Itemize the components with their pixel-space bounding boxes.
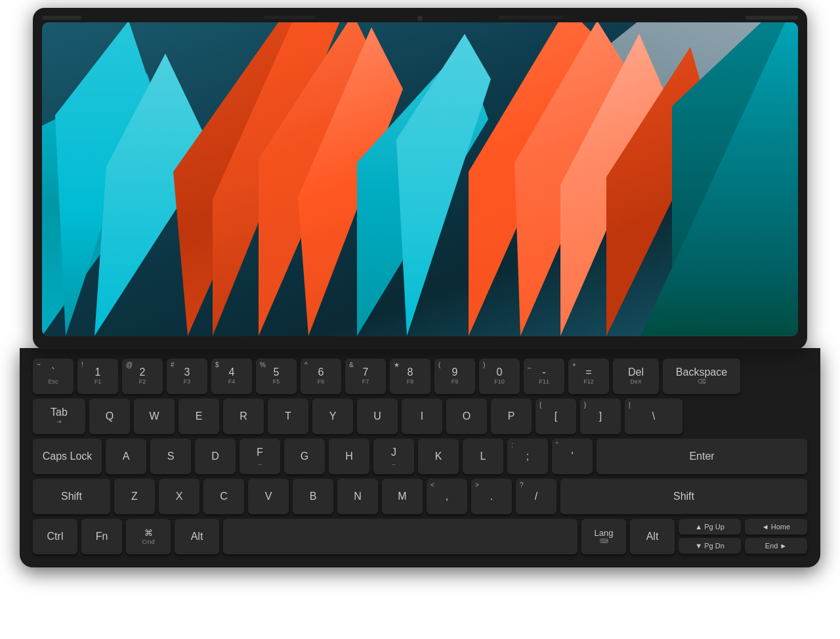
key-fn[interactable]: Fn <box>81 519 122 554</box>
key-u[interactable]: U <box>357 399 398 434</box>
key-y[interactable]: Y <box>312 399 353 434</box>
key-g[interactable]: G <box>284 439 325 474</box>
key-e[interactable]: E <box>178 399 219 434</box>
key-3[interactable]: # 3 F3 <box>167 359 207 394</box>
key-5-main: 5 <box>274 367 280 378</box>
key-1[interactable]: ! 1 F1 <box>77 359 118 394</box>
key-5[interactable]: % 5 F5 <box>256 359 297 394</box>
key-esc[interactable]: ~ ` Esc <box>33 359 74 394</box>
key-backspace[interactable]: Backspace ⌫ <box>663 359 740 394</box>
key-home-label: ◄ Home <box>762 523 790 531</box>
key-7[interactable]: & 7 F7 <box>345 359 386 394</box>
key-c[interactable]: C <box>203 479 244 514</box>
key-5-top: % <box>260 362 266 368</box>
key-a[interactable]: A <box>106 439 146 474</box>
key-w[interactable]: W <box>134 399 175 434</box>
key-1-main: 1 <box>95 367 101 378</box>
key-j[interactable]: J _ <box>373 439 414 474</box>
key-i[interactable]: I <box>402 399 442 434</box>
key-6-sub: F6 <box>318 379 325 385</box>
key-period[interactable]: > . <box>471 479 512 514</box>
key-n[interactable]: N <box>337 479 378 514</box>
key-rbrace[interactable]: } ] <box>580 399 621 434</box>
key-x[interactable]: X <box>159 479 200 514</box>
key-8[interactable]: ★ 8 F8 <box>390 359 430 394</box>
key-b[interactable]: B <box>293 479 333 514</box>
key-q[interactable]: Q <box>89 399 130 434</box>
key-2-sub: F2 <box>139 379 146 385</box>
key-del[interactable]: Del DeX <box>613 359 659 394</box>
key-cmd[interactable]: ⌘ Cmd <box>126 519 171 554</box>
key-home[interactable]: ◄ Home <box>745 519 807 535</box>
key-lbrace-top: { <box>539 402 541 408</box>
key-0[interactable]: ) 0 F10 <box>479 359 520 394</box>
key-pipe[interactable]: | \ <box>625 399 682 434</box>
key-slash[interactable]: ? / <box>516 479 556 514</box>
key-shift-left[interactable]: Shift <box>33 479 110 514</box>
key-del-sub: DeX <box>630 379 642 385</box>
key-pgup-label: ▲ Pg Up <box>695 523 724 531</box>
key-4[interactable]: $ 4 F4 <box>211 359 252 394</box>
key-enter[interactable]: Enter <box>597 439 807 474</box>
key-m[interactable]: M <box>382 479 423 514</box>
key-alt-right[interactable]: Alt <box>630 519 675 554</box>
key-pgdn[interactable]: ▼ Pg Dn <box>679 538 741 554</box>
key-9-sub: F9 <box>452 379 459 385</box>
tablet-button-right <box>746 16 798 20</box>
key-tab[interactable]: Tab ⇥ <box>33 399 85 434</box>
key-9[interactable]: ( 9 F9 <box>434 359 475 394</box>
key-ctrl[interactable]: Ctrl <box>33 519 77 554</box>
key-pgup[interactable]: ▲ Pg Up <box>679 519 741 535</box>
key-equal-main: = <box>585 367 591 378</box>
key-space[interactable] <box>223 519 578 554</box>
tablet <box>33 8 807 349</box>
key-minus[interactable]: _ - F11 <box>524 359 564 394</box>
key-f[interactable]: F _ <box>240 439 280 474</box>
key-capslock[interactable]: Caps Lock <box>33 439 102 474</box>
key-3-main: 3 <box>184 367 190 378</box>
key-o[interactable]: O <box>446 399 487 434</box>
key-8-sub: F8 <box>407 379 414 385</box>
key-del-main: Del <box>628 367 644 378</box>
key-6[interactable]: ^ 6 F6 <box>301 359 341 394</box>
key-shift-right[interactable]: Shift <box>560 479 807 514</box>
key-lbrace[interactable]: { [ <box>536 399 576 434</box>
key-7-main: 7 <box>363 367 369 378</box>
key-6-main: 6 <box>318 367 324 378</box>
key-esc-main: ` <box>51 367 54 378</box>
key-5-sub: F5 <box>273 379 280 385</box>
key-t[interactable]: T <box>268 399 308 434</box>
key-equal-sub: F12 <box>583 379 594 385</box>
wallpaper <box>42 22 798 336</box>
key-end[interactable]: End ► <box>745 538 807 554</box>
key-r[interactable]: R <box>223 399 264 434</box>
key-lang[interactable]: Lang ⌨ <box>581 519 626 554</box>
key-pipe-main: \ <box>652 411 655 422</box>
key-2-top: @ <box>126 362 133 368</box>
tablet-screen <box>42 22 798 336</box>
device-wrapper: ~ ` Esc ! 1 F1 @ 2 F2 # 3 F3 <box>20 8 820 632</box>
key-alt-left[interactable]: Alt <box>175 519 219 554</box>
keyboard-row-1: ~ ` Esc ! 1 F1 @ 2 F2 # 3 F3 <box>33 359 807 394</box>
key-p[interactable]: P <box>491 399 532 434</box>
key-k[interactable]: K <box>418 439 459 474</box>
tablet-button-center <box>263 16 316 19</box>
key-d[interactable]: D <box>195 439 236 474</box>
key-comma[interactable]: < , <box>427 479 467 514</box>
keyboard: ~ ` Esc ! 1 F1 @ 2 F2 # 3 F3 <box>20 348 820 567</box>
key-0-sub: F10 <box>494 379 505 385</box>
key-capslock-main: Caps Lock <box>43 451 93 462</box>
key-pgdn-label: ▼ Pg Dn <box>695 542 724 550</box>
key-v[interactable]: V <box>248 479 289 514</box>
key-2[interactable]: @ 2 F2 <box>122 359 163 394</box>
key-s[interactable]: S <box>150 439 191 474</box>
key-1-sub: F1 <box>94 379 102 385</box>
key-h[interactable]: H <box>329 439 369 474</box>
key-3-top: # <box>171 362 175 368</box>
key-semicolon[interactable]: : ; <box>507 439 548 474</box>
key-l[interactable]: L <box>463 439 503 474</box>
key-quote[interactable]: " ' <box>552 439 593 474</box>
key-z[interactable]: Z <box>114 479 155 514</box>
key-0-top: ) <box>483 362 485 368</box>
key-equal[interactable]: + = F12 <box>568 359 609 394</box>
